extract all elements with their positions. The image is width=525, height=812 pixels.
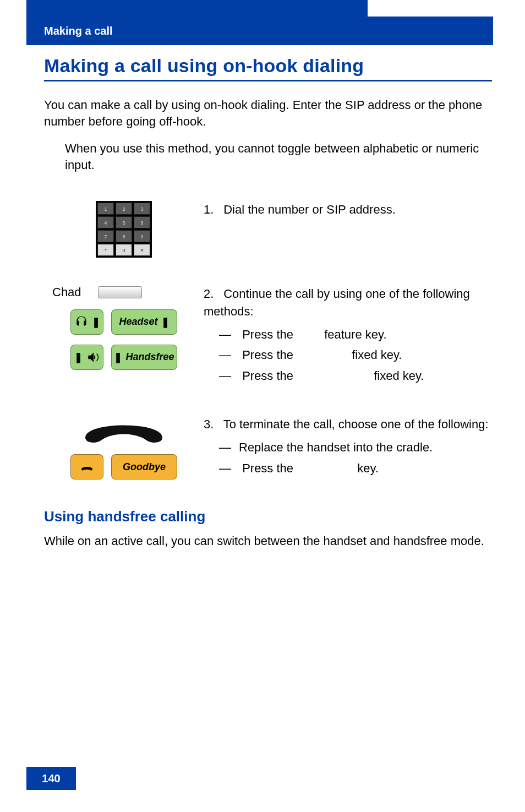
handsfree-key-pair: ❚ ❚ Handsfree: [70, 345, 177, 370]
key-7: 7: [97, 230, 114, 242]
goodbye-key-pair: Goodbye: [70, 454, 177, 479]
speaker-icon-key: ❚: [70, 345, 103, 370]
goodbye-label-key: Goodbye: [111, 454, 177, 479]
handsfree-label-key: ❚ Handsfree: [111, 345, 177, 370]
key-star: *: [97, 244, 114, 256]
headset-label: Headset: [119, 316, 157, 328]
step-1-body: Dial the number or SIP address.: [223, 203, 396, 216]
key-6: 6: [134, 216, 150, 228]
goodbye-label: Goodbye: [123, 461, 166, 473]
subsection-title: Using handsfree calling: [44, 508, 492, 525]
key-8: 8: [116, 230, 132, 242]
step-3-text: 3. To terminate the call, choose one of …: [204, 416, 492, 481]
key-3: 3: [134, 203, 150, 215]
dialpad-icon: 1 2 3 4 5 6 7 8 9 * 0 #: [96, 201, 152, 258]
key-5: 5: [116, 216, 132, 228]
step-2-item-a: Press the feature key.: [219, 326, 492, 344]
step-2-illustration: Chad ❚ Headset ❚ ❚ ❚: [44, 285, 204, 370]
intro-paragraph: You can make a call by using on-hook dia…: [44, 97, 492, 129]
step-3: Goodbye 3. To terminate the call, choose…: [44, 416, 492, 481]
step-3-number: 3.: [204, 416, 220, 433]
step-3-illustration: Goodbye: [44, 416, 204, 479]
page-title: Making a call using on-hook dialing: [44, 55, 492, 81]
chapter-header: Making a call: [26, 17, 493, 45]
chapter-title: Making a call: [44, 25, 113, 37]
feature-key-example: Chad: [52, 285, 195, 299]
step-2-list: Press the feature key. Press the fixed k…: [219, 326, 492, 385]
step-2: Chad ❚ Headset ❚ ❚ ❚: [44, 285, 492, 388]
step-1: 1 2 3 4 5 6 7 8 9 * 0 # 1. Dial the numb…: [44, 201, 492, 258]
key-4: 4: [97, 216, 114, 228]
key-hash: #: [134, 244, 150, 256]
step-3-item-b: Press the key.: [219, 460, 492, 477]
key-9: 9: [134, 230, 150, 242]
key-0: 0: [116, 244, 132, 256]
goodbye-icon-key: [70, 454, 103, 479]
handsfree-label: Handsfree: [125, 351, 174, 363]
handset-icon: [80, 416, 168, 446]
note-paragraph: When you use this method, you cannot tog…: [65, 140, 492, 173]
step-2-body: Continue the call by using one of the fo…: [204, 287, 470, 318]
headset-icon-key: ❚: [70, 309, 103, 335]
step-3-body: To terminate the call, choose one of the…: [223, 417, 489, 431]
headset-icon: [74, 315, 89, 329]
page-number: 140: [26, 767, 76, 790]
feature-key-icon: [98, 286, 142, 298]
page-number-value: 140: [42, 772, 60, 785]
page-content: Making a call using on-hook dialing You …: [44, 55, 492, 560]
step-2-text: 2. Continue the call by using one of the…: [204, 285, 492, 388]
headset-label-key: Headset ❚: [111, 309, 177, 335]
hangup-icon: [79, 459, 95, 475]
chad-label: Chad: [52, 285, 81, 299]
step-1-text: 1. Dial the number or SIP address.: [204, 201, 492, 219]
step-2-item-c: Press the fixed key.: [219, 367, 492, 385]
step-3-list: Replace the handset into the cradle. Pre…: [219, 439, 492, 477]
key-2: 2: [116, 203, 132, 215]
step-2-item-b: Press the fixed key.: [219, 346, 492, 364]
step-3-item-a: Replace the handset into the cradle.: [219, 439, 492, 456]
step-2-number: 2.: [204, 285, 220, 303]
step-1-number: 1.: [204, 201, 220, 219]
headset-key-pair: ❚ Headset ❚: [70, 309, 177, 335]
key-1: 1: [97, 203, 114, 215]
subsection-body: While on an active call, you can switch …: [44, 533, 492, 549]
speaker-icon: [86, 350, 100, 364]
step-1-illustration: 1 2 3 4 5 6 7 8 9 * 0 #: [44, 201, 204, 258]
